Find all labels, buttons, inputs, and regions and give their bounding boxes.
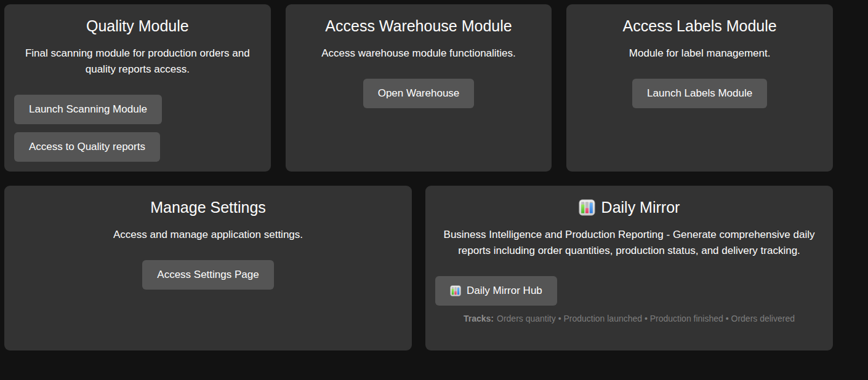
button-stack: Open Warehouse	[295, 79, 542, 108]
launch-scanning-module-button[interactable]: Launch Scanning Module	[14, 95, 162, 124]
card-description: Module for label management.	[576, 46, 823, 61]
card-description: Access and manage application settings.	[14, 227, 402, 243]
module-dashboard: Quality Module Final scanning module for…	[0, 0, 868, 350]
card-description: Business Intelligence and Production Rep…	[435, 227, 823, 259]
card-labels-module: Access Labels Module Module for label ma…	[566, 4, 833, 172]
card-manage-settings: Manage Settings Access and manage applic…	[4, 186, 412, 350]
modules-row-bottom: Manage Settings Access and manage applic…	[4, 186, 833, 350]
button-stack: Launch Scanning Module Access to Quality…	[14, 95, 261, 162]
card-title: Access Warehouse Module	[295, 17, 542, 35]
tracks-footer: Tracks:Orders quantity • Production laun…	[435, 314, 823, 323]
bar-chart-icon	[579, 199, 595, 216]
card-title: Daily Mirror	[435, 198, 823, 216]
modules-row-top: Quality Module Final scanning module for…	[4, 4, 833, 172]
button-label: Daily Mirror Hub	[467, 285, 542, 297]
button-stack: Access Settings Page	[14, 260, 402, 290]
tracks-label: Tracks:	[464, 314, 494, 323]
card-title: Quality Module	[14, 17, 261, 35]
card-title: Manage Settings	[14, 198, 402, 216]
card-description: Final scanning module for production ord…	[14, 46, 261, 77]
tracks-items: Orders quantity • Production launched • …	[497, 314, 795, 323]
access-quality-reports-button[interactable]: Access to Quality reports	[14, 132, 160, 162]
bar-chart-icon	[450, 285, 461, 296]
open-warehouse-button[interactable]: Open Warehouse	[363, 79, 475, 108]
daily-mirror-hub-button[interactable]: Daily Mirror Hub	[435, 276, 557, 306]
access-settings-page-button[interactable]: Access Settings Page	[142, 260, 273, 290]
card-warehouse-module: Access Warehouse Module Access warehouse…	[286, 4, 552, 172]
card-daily-mirror: Daily Mirror Business Intelligence and P…	[425, 186, 833, 350]
launch-labels-module-button[interactable]: Launch Labels Module	[632, 79, 767, 108]
card-title-text: Daily Mirror	[601, 198, 680, 216]
button-stack: Launch Labels Module	[576, 79, 823, 108]
button-stack: Daily Mirror Hub	[435, 276, 823, 306]
card-description: Access warehouse module functionalities.	[295, 46, 542, 61]
card-quality-module: Quality Module Final scanning module for…	[4, 4, 271, 172]
card-title: Access Labels Module	[576, 17, 823, 35]
